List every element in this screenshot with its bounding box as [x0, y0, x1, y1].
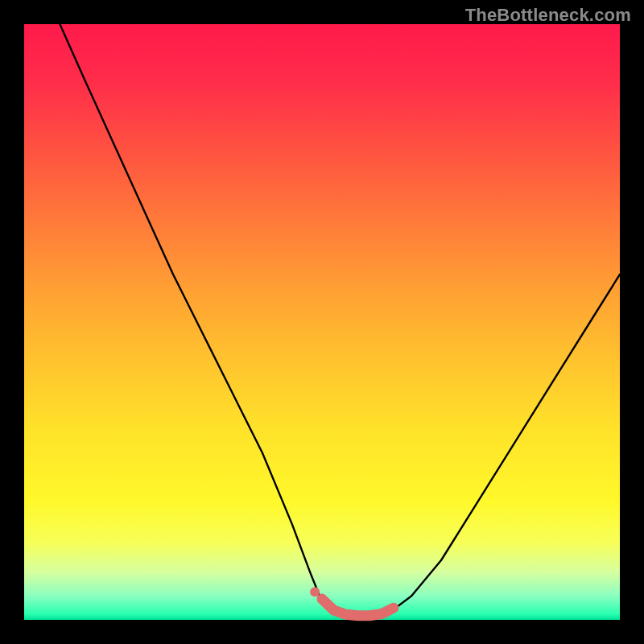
bottleneck-curve [60, 24, 620, 617]
watermark-text: TheBottleneck.com [465, 5, 631, 26]
optimal-zone-band [322, 599, 394, 616]
optimal-zone-start-dot [310, 587, 320, 597]
optimal-zone-markers [310, 587, 394, 616]
chart-overlay [24, 24, 620, 620]
